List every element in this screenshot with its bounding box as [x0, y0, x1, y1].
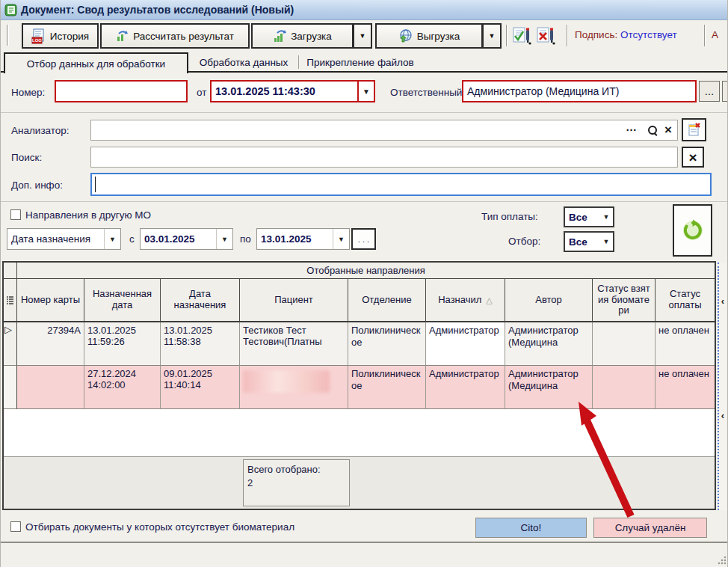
ellipsis-icon: … [705, 86, 715, 97]
date-type-combo[interactable]: Дата назначения ▼ [7, 228, 121, 250]
toolbar-separator [704, 25, 705, 46]
tab-label: Отбор данных для обработки [27, 58, 165, 70]
cell-payment-status: не оплачен [655, 322, 715, 366]
document-date-combo[interactable]: 13.01.2025 11:43:30 ▼ [210, 80, 375, 102]
toolbar-separator [506, 25, 507, 46]
cell-appointed-date: 13.01.2025 11:59:26 [84, 322, 161, 366]
column-header-patient[interactable]: Пациент [240, 279, 348, 322]
column-header-card[interactable]: Номер карты [17, 279, 84, 322]
date-from-combo[interactable]: 03.01.2025 ▼ [140, 228, 233, 250]
cell-card-number: 27394A [17, 322, 84, 366]
tab-data-processing[interactable]: Обработка данных [191, 52, 297, 72]
signature-label: Подпись: [575, 29, 617, 40]
chevron-down-icon[interactable]: ▼ [104, 229, 120, 249]
unload-dropdown-button[interactable]: ▼ [482, 23, 502, 49]
chevron-down-icon[interactable]: ▼ [216, 229, 232, 249]
pay-type-value: Все [565, 212, 599, 223]
text-caret [95, 177, 96, 192]
selection-combo[interactable]: Все ▼ [564, 231, 614, 252]
extra-info-input[interactable] [90, 173, 712, 196]
refresh-button[interactable] [673, 204, 712, 257]
refresh-icon [681, 218, 705, 242]
date-options-button[interactable]: . . . [351, 228, 376, 250]
history-log-icon: LOG [31, 28, 46, 44]
close-icon: × [688, 150, 697, 165]
chevron-down-icon[interactable]: ▼ [599, 208, 613, 226]
tab-file-attachment[interactable]: Прикрепление файлов [301, 52, 419, 72]
collapse-left-icon[interactable]: ‹ [721, 296, 724, 306]
sign-document-button[interactable] [510, 25, 533, 47]
responsible-label: Ответственный: [390, 87, 465, 98]
other-mo-checkbox[interactable] [10, 209, 21, 220]
chevron-down-icon[interactable]: ▼ [357, 82, 374, 101]
toolbar-grip[interactable] [7, 25, 9, 46]
directions-grid: Отобранные направления Номер карты Назна… [2, 261, 716, 510]
calculate-result-button[interactable]: Рассчитать результат [100, 23, 250, 49]
from-date-label: от [197, 87, 206, 98]
column-header-label: Назначил [438, 295, 481, 306]
analyzer-clear-icon[interactable]: × [664, 123, 672, 136]
column-header-payment-status[interactable]: Статус оплаты [655, 279, 715, 322]
cell-payment-status: не оплачен [655, 366, 715, 409]
search-input[interactable] [90, 147, 678, 168]
history-label: История [50, 31, 89, 42]
clipped-toolbar-text: А [712, 29, 718, 40]
svg-text:LOG: LOG [32, 38, 42, 43]
load-dropdown-button[interactable]: ▼ [353, 23, 372, 49]
load-button[interactable]: Загрузка [251, 23, 354, 49]
cell-appointed-date: 27.12.2024 14:02:00 [84, 366, 161, 409]
resize-grip-icon[interactable] [717, 555, 727, 566]
tab-label: Обработка данных [200, 57, 289, 68]
column-header-biomaterial-status[interactable]: Статус взятия биоматери [593, 279, 655, 322]
cell-assign-date: 13.01.2025 11:58:38 [161, 322, 240, 366]
cell-prescriber: Администратор [426, 366, 505, 409]
table-row[interactable]: ▷ 27394A 13.01.2025 11:59:26 13.01.2025 … [4, 322, 715, 366]
panel-collapse-splitter[interactable]: ‹ ‹ [718, 263, 727, 510]
tab-data-selection[interactable]: Отбор данных для обработки [4, 52, 188, 73]
column-header-appointed-date[interactable]: Назначенная дата [84, 279, 161, 322]
privacy-blur-box [243, 370, 330, 393]
unsign-document-button[interactable] [534, 25, 557, 47]
chevron-down-icon: ▼ [489, 32, 496, 40]
document-icon [4, 4, 17, 16]
search-label: Поиск: [11, 152, 42, 163]
responsible-value: Администратор (Медицина ИТ) [463, 85, 695, 97]
column-header-assign-date[interactable]: Дата назначения [161, 279, 240, 322]
responsible-ellipsis-button[interactable]: … [699, 81, 720, 102]
column-header-prescriber[interactable]: Назначил △ [426, 279, 505, 322]
cell-department: Поликлиническое [348, 322, 426, 366]
history-button[interactable]: LOG История [22, 23, 99, 49]
responsible-clipped-button[interactable] [722, 81, 728, 102]
responsible-field[interactable]: Администратор (Медицина ИТ) [462, 80, 697, 102]
column-header-department[interactable]: Отделение [348, 279, 426, 322]
grid-empty-area[interactable] [4, 409, 715, 456]
signature-value[interactable]: Отсутствует [620, 29, 677, 40]
sign-cancel-icon [536, 26, 555, 46]
row-selector-header[interactable] [4, 279, 17, 322]
search-icon[interactable] [648, 126, 658, 135]
deleted-case-legend-button[interactable]: Случай удалён [593, 518, 707, 538]
chevron-down-icon[interactable]: ▼ [599, 233, 613, 251]
analyzer-input[interactable] [90, 120, 678, 141]
date-type-value: Дата назначения [7, 233, 104, 245]
unload-globe-icon [398, 29, 413, 43]
unload-button[interactable]: Выгрузка [375, 23, 483, 49]
pay-type-combo[interactable]: Все ▼ [564, 206, 614, 227]
cito-legend-button[interactable]: Cito! [475, 518, 587, 538]
analyzer-ellipsis-button[interactable]: … [626, 120, 638, 133]
document-remove-icon [688, 123, 701, 137]
column-header-author[interactable]: Автор [505, 279, 593, 322]
no-biomaterial-checkbox[interactable] [10, 521, 21, 532]
number-input[interactable] [55, 80, 188, 102]
signature-status: Подпись: Отсутствует [575, 29, 677, 40]
title-bar: Документ: Свод результатов исследований … [1, 0, 728, 20]
summary-box: Всего отобрано: 2 [243, 459, 350, 506]
date-to-combo[interactable]: 13.01.2025 ▼ [256, 228, 350, 250]
search-clear-button[interactable]: × [682, 147, 704, 168]
load-label: Загрузка [291, 31, 332, 42]
date-from-label: с [129, 233, 135, 245]
analyzer-clear-document-button[interactable] [682, 118, 706, 141]
table-row-deleted[interactable]: 27.12.2024 14:02:00 09.01.2025 11:40:14 … [4, 366, 715, 409]
chevron-down-icon[interactable]: ▼ [333, 229, 349, 249]
collapse-left-icon[interactable]: ‹ [721, 411, 724, 420]
